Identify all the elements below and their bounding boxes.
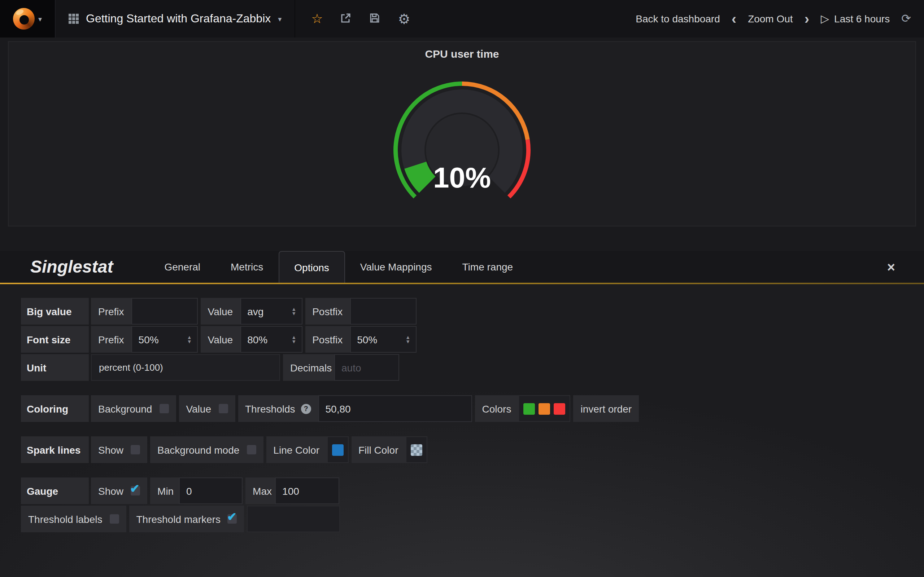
background-checkbox[interactable]: [159, 404, 168, 413]
gear-icon[interactable]: ⚙: [398, 12, 410, 26]
editor-header: Singlestat General Metrics Options Value…: [0, 251, 924, 283]
empty-cell: [247, 506, 340, 532]
fill-color-cell: [405, 436, 427, 463]
big-value-postfix-input[interactable]: [350, 298, 416, 324]
singlestat-panel: CPU user time 10%: [8, 41, 916, 226]
gauge-show-toggle[interactable]: Show: [91, 477, 147, 504]
spark-lines-row: Spark lines Show Background mode: [21, 436, 924, 463]
gauge-label: Gauge: [21, 477, 89, 504]
select-spinner-icon: ▲▼: [291, 307, 296, 316]
gauge-max-input[interactable]: [275, 477, 339, 504]
navbar: ▾ Getting Started with Grafana-Zabbix ▾ …: [0, 0, 924, 37]
color-swatch-orange[interactable]: [538, 403, 550, 414]
select-spinner-icon: ▲▼: [291, 335, 296, 344]
threshold-markers-checkbox[interactable]: [228, 514, 237, 524]
tab-value-mappings[interactable]: Value Mappings: [345, 251, 447, 283]
big-value-value-label: Value: [201, 298, 241, 324]
select-spinner-icon: ▲▼: [405, 335, 410, 344]
panel-title[interactable]: CPU user time: [425, 48, 499, 60]
gauge-min-input[interactable]: [179, 477, 242, 504]
spark-lines-label: Spark lines: [21, 436, 89, 463]
big-value-label: Big value: [21, 298, 89, 324]
time-range-picker[interactable]: ▷︎ Last 6 hours: [821, 12, 890, 25]
dashboard-title: Getting Started with Grafana-Zabbix: [86, 12, 271, 25]
thresholds-label: Thresholds ?: [238, 395, 318, 422]
font-size-row: Font size Prefix 50% ▲▼ Value 80% ▲▼: [21, 326, 924, 353]
threshold-display-row: Threshold labels Threshold markers: [21, 506, 924, 532]
threshold-labels-toggle[interactable]: Threshold labels: [21, 506, 126, 532]
big-value-row: Big value Prefix Value avg ▲▼ Postfix: [21, 298, 924, 324]
zoom-out-button[interactable]: Zoom Out: [748, 13, 793, 24]
fill-color-overlay: [410, 444, 422, 456]
grafana-logo-icon: [13, 8, 35, 29]
clock-icon: ▷︎: [821, 12, 829, 25]
navbar-actions: ☆ ⚙: [295, 0, 426, 37]
close-editor-icon[interactable]: ×: [887, 260, 895, 274]
select-spinner-icon: ▲▼: [187, 335, 192, 344]
value-options-group: Big value Prefix Value avg ▲▼ Postfix: [21, 298, 924, 381]
tab-general[interactable]: General: [149, 251, 215, 283]
invert-order-button[interactable]: invert order: [573, 395, 639, 422]
panel-editor: Singlestat General Metrics Options Value…: [0, 251, 924, 577]
time-shift-back-icon[interactable]: ‹: [732, 11, 736, 26]
decimals-input[interactable]: [334, 354, 399, 381]
grafana-menu-button[interactable]: ▾: [0, 0, 56, 37]
dashboard-title-dropdown[interactable]: Getting Started with Grafana-Zabbix ▾: [56, 0, 295, 37]
decimals-label: Decimals: [283, 354, 334, 381]
line-color-cell: [327, 436, 348, 463]
share-icon[interactable]: [340, 12, 352, 26]
font-size-postfix-select[interactable]: 50% ▲▼: [350, 326, 416, 353]
big-value-prefix-input[interactable]: [131, 298, 198, 324]
logo-caret-icon: ▾: [38, 15, 42, 23]
unit-select[interactable]: percent (0-100): [91, 354, 280, 381]
fill-color-label: Fill Color: [351, 436, 405, 463]
line-color-swatch[interactable]: [332, 444, 343, 456]
editor-tabs: General Metrics Options Value Mappings T…: [149, 251, 528, 283]
tab-time-range[interactable]: Time range: [447, 251, 528, 283]
time-shift-forward-icon[interactable]: ›: [804, 11, 809, 26]
coloring-row: Coloring Background Value: [21, 395, 924, 422]
background-mode-checkbox[interactable]: [247, 445, 256, 455]
font-size-label: Font size: [21, 326, 89, 353]
time-range-label: Last 6 hours: [834, 13, 890, 24]
gauge-row: Gauge Show Min Max: [21, 477, 924, 504]
coloring-label: Coloring: [21, 395, 89, 422]
color-swatch-green[interactable]: [523, 403, 535, 414]
help-icon[interactable]: ?: [301, 403, 311, 414]
thresholds-input[interactable]: [318, 395, 472, 422]
font-size-postfix-label: Postfix: [305, 326, 350, 353]
dashboard-grid-icon: [69, 14, 79, 24]
spark-lines-group: Spark lines Show Background mode: [21, 436, 924, 463]
gauge-min-label: Min: [150, 477, 179, 504]
threshold-markers-toggle[interactable]: Threshold markers: [129, 506, 244, 532]
coloring-value-toggle[interactable]: Value: [179, 395, 235, 422]
unit-label: Unit: [21, 354, 89, 381]
spark-background-mode-toggle[interactable]: Background mode: [150, 436, 263, 463]
tab-metrics[interactable]: Metrics: [215, 251, 278, 283]
star-icon[interactable]: ☆: [311, 12, 323, 25]
font-size-value-label: Value: [201, 326, 241, 353]
threshold-labels-checkbox[interactable]: [109, 514, 119, 524]
spark-show-checkbox[interactable]: [131, 445, 140, 455]
coloring-group: Coloring Background Value: [21, 395, 924, 422]
spark-show-toggle[interactable]: Show: [91, 436, 147, 463]
font-size-prefix-select[interactable]: 50% ▲▼: [131, 326, 198, 353]
fill-color-swatch[interactable]: [410, 444, 422, 456]
value-checkbox[interactable]: [218, 404, 228, 413]
font-size-prefix-label: Prefix: [91, 326, 131, 353]
tab-options[interactable]: Options: [278, 251, 345, 283]
colors-label: Colors: [475, 395, 519, 422]
coloring-background-toggle[interactable]: Background: [91, 395, 176, 422]
gauge-chart: 10%: [318, 61, 606, 224]
refresh-icon[interactable]: ⟳: [901, 13, 911, 24]
editor-title: Singlestat: [30, 251, 113, 283]
navbar-right: Back to dashboard ‹ Zoom Out › ▷︎ Last 6…: [636, 0, 924, 37]
gauge-max-label: Max: [246, 477, 275, 504]
color-swatch-red[interactable]: [554, 403, 565, 414]
save-icon[interactable]: [369, 12, 381, 26]
font-size-value-select[interactable]: 80% ▲▼: [240, 326, 302, 353]
options-form: Big value Prefix Value avg ▲▼ Postfix: [0, 284, 924, 577]
big-value-stat-select[interactable]: avg ▲▼: [240, 298, 302, 324]
back-to-dashboard-button[interactable]: Back to dashboard: [636, 13, 720, 24]
gauge-show-checkbox[interactable]: [131, 486, 140, 495]
